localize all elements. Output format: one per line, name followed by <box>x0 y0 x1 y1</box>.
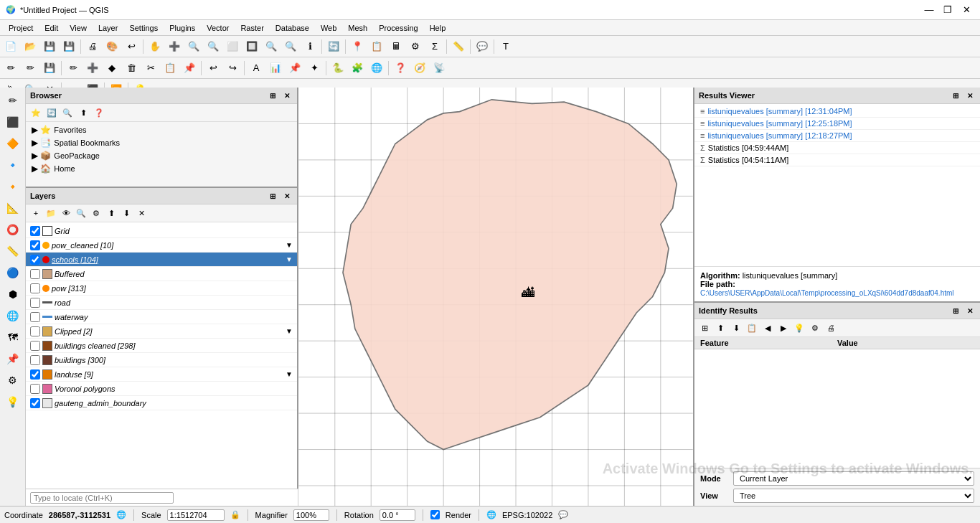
layers-add-group-button[interactable]: 📁 <box>44 206 58 220</box>
close-button[interactable]: ✕ <box>958 2 974 18</box>
label-toggle-button[interactable]: A <box>247 60 265 77</box>
help-button[interactable]: ❓ <box>391 60 410 77</box>
settings-button[interactable]: ⚙ <box>406 38 425 55</box>
layer-checkbox-9[interactable] <box>30 355 40 365</box>
left-icon-15[interactable]: 💡 <box>3 392 23 412</box>
move-label-button[interactable]: ✦ <box>305 60 324 77</box>
menu-item-help[interactable]: Help <box>424 22 452 34</box>
copy-features-button[interactable]: 📋 <box>161 60 179 77</box>
layers-show-all-button[interactable]: 👁 <box>59 206 73 220</box>
layers-remove-button[interactable]: ✕ <box>134 206 149 220</box>
menu-item-vector[interactable]: Vector <box>201 22 235 34</box>
left-icon-7[interactable]: ⭕ <box>3 220 23 240</box>
layer-item-11[interactable]: Voronoi polygons <box>26 382 297 396</box>
save-edits-button[interactable]: 💾 <box>40 60 59 77</box>
zoom-to-layer-button[interactable]: 🔍 <box>262 38 281 55</box>
result-item-0[interactable]: ≡listuniquevalues [summary] [12:31:04PM] <box>694 105 980 118</box>
layer-item-12[interactable]: gauteng_admin_boundary <box>26 396 297 410</box>
zoom-in-button[interactable]: 🔍 <box>184 38 203 55</box>
new-project-button[interactable]: 📄 <box>1 38 20 55</box>
identify-button[interactable]: 🔍 <box>281 38 300 55</box>
left-icon-13[interactable]: 📌 <box>3 349 23 369</box>
print-layout-button[interactable]: 🖨 <box>83 38 102 55</box>
browser-item-home[interactable]: ▶ 🏠 Home <box>26 162 297 175</box>
maximize-button[interactable]: ❐ <box>940 2 956 18</box>
results-viewer-close-button[interactable]: ✕ <box>964 90 976 101</box>
vertex-tool-button[interactable]: ◆ <box>103 60 121 77</box>
left-icon-11[interactable]: 🌐 <box>3 306 23 326</box>
map-area[interactable]: 🏙 <box>298 88 693 506</box>
result-item-4[interactable]: ΣStatistics [04:54:11AM] <box>694 154 980 166</box>
scale-input[interactable] <box>167 509 225 521</box>
paste-features-button[interactable]: 📌 <box>180 60 199 77</box>
layer-item-9[interactable]: buildings [300] <box>26 353 297 367</box>
left-icon-9[interactable]: 🔵 <box>3 263 23 283</box>
identify-copy-button[interactable]: ⬇ <box>729 321 743 335</box>
identify-dock-button[interactable]: ⊞ <box>950 305 961 316</box>
layer-checkbox-6[interactable] <box>30 312 40 322</box>
menu-item-edit[interactable]: Edit <box>39 22 64 34</box>
select-button[interactable]: ➕ <box>165 38 184 55</box>
layers-options-button[interactable]: ⚙ <box>89 206 103 220</box>
left-icon-3[interactable]: 🔶 <box>3 133 23 154</box>
browser-add-fav-button[interactable]: ⭐ <box>29 105 43 120</box>
layer-item-6[interactable]: waterway <box>26 310 297 324</box>
left-icon-14[interactable]: ⚙ <box>3 370 23 390</box>
left-icon-4[interactable]: 🔹 <box>3 155 23 175</box>
layer-checkbox-2[interactable] <box>30 255 40 265</box>
redo-edit-button[interactable]: ↪ <box>223 60 242 77</box>
results-viewer-dock-button[interactable]: ⊞ <box>950 90 961 101</box>
layers-dock-button[interactable]: ⊞ <box>267 190 278 202</box>
zoom-full-button[interactable]: ⬜ <box>223 38 242 55</box>
browser-help-button[interactable]: ❓ <box>92 105 106 120</box>
identify-highlight-button[interactable]: 💡 <box>792 321 806 335</box>
open-project-button[interactable]: 📂 <box>21 38 39 55</box>
layer-item-4[interactable]: pow [313] <box>26 281 297 296</box>
identify-close-button[interactable]: ✕ <box>964 305 976 316</box>
pan-button[interactable]: ✋ <box>146 38 164 55</box>
zoom-out-button[interactable]: 🔍 <box>204 38 222 55</box>
left-icon-12[interactable]: 🗺 <box>3 327 23 347</box>
menu-item-plugins[interactable]: Plugins <box>164 22 201 34</box>
annotation-button[interactable]: 💬 <box>473 38 491 55</box>
browser-refresh-button[interactable]: 🔄 <box>44 105 59 120</box>
identify-map-tip-button[interactable]: ◀ <box>760 321 775 335</box>
menu-item-raster[interactable]: Raster <box>235 22 269 34</box>
layer-item-5[interactable]: road <box>26 296 297 310</box>
layers-close-button[interactable]: ✕ <box>281 190 293 202</box>
digitize-button[interactable]: ✏ <box>64 60 83 77</box>
menu-item-mesh[interactable]: Mesh <box>342 22 373 34</box>
filepath-link[interactable]: C:\Users\USER\AppData\Local\Temp\process… <box>700 289 954 297</box>
identify-settings-button[interactable]: ⚙ <box>808 321 822 335</box>
layer-item-2[interactable]: schools [104]▼ <box>26 253 297 267</box>
layer-item-7[interactable]: Clipped [2]▼ <box>26 324 297 339</box>
identify-print-button[interactable]: 🖨 <box>824 321 838 335</box>
undo-edit-button[interactable]: ↩ <box>204 60 222 77</box>
identify-features-button[interactable]: ℹ <box>301 38 319 55</box>
layer-checkbox-3[interactable] <box>30 269 40 279</box>
layer-checkbox-4[interactable] <box>30 283 40 293</box>
layer-item-10[interactable]: landuse [9]▼ <box>26 367 297 382</box>
save-as-button[interactable]: 💾 <box>60 38 78 55</box>
rotation-input[interactable] <box>380 509 415 521</box>
result-item-1[interactable]: ≡listuniquevalues [summary] [12:25:18PM] <box>694 118 980 130</box>
menu-item-project[interactable]: Project <box>3 22 39 34</box>
menu-item-layer[interactable]: Layer <box>93 22 124 34</box>
identify-next-button[interactable]: ▶ <box>776 321 791 335</box>
delete-selected-button[interactable]: 🗑 <box>122 60 141 77</box>
cut-features-button[interactable]: ✂ <box>141 60 160 77</box>
menu-item-processing[interactable]: Processing <box>373 22 423 34</box>
compass-button[interactable]: 🧭 <box>410 60 429 77</box>
layer-checkbox-12[interactable] <box>30 398 40 408</box>
layer-item-8[interactable]: buildings cleaned [298] <box>26 339 297 353</box>
left-icon-6[interactable]: 📐 <box>3 198 23 218</box>
layers-add-button[interactable]: + <box>29 206 43 220</box>
field-calc-button[interactable]: 🖩 <box>387 38 405 55</box>
layer-checkbox-11[interactable] <box>30 384 40 394</box>
plugin-manager-button[interactable]: 🧩 <box>348 60 367 77</box>
diagram-button[interactable]: 📊 <box>266 60 285 77</box>
browser-filter-button[interactable]: 🔍 <box>60 105 75 120</box>
mode-select[interactable]: Current Layer Top Down All Layers <box>733 471 974 486</box>
layer-item-3[interactable]: Buffered <box>26 267 297 281</box>
browser-collapse-button[interactable]: ⬆ <box>76 105 90 120</box>
